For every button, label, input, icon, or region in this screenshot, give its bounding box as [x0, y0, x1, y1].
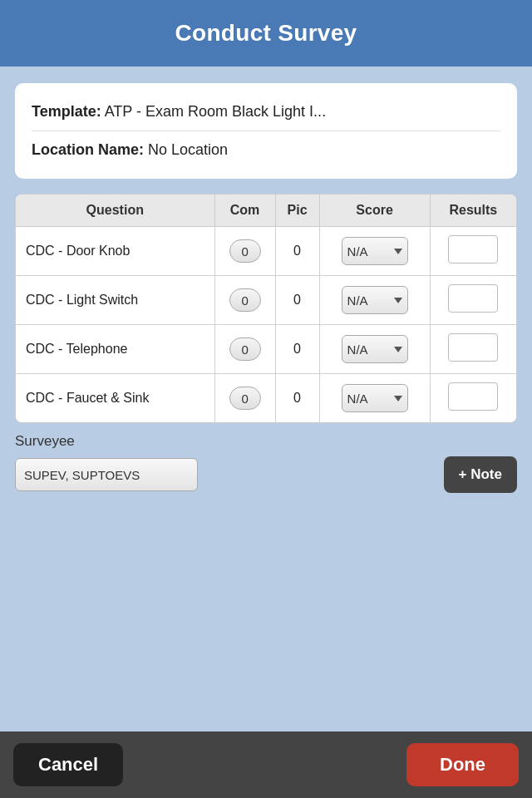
info-card: Template: ATP - Exam Room Black Light I.… — [15, 83, 517, 179]
question-cell: CDC - Telephone — [16, 325, 214, 374]
add-note-button[interactable]: + Note — [444, 456, 517, 493]
score-value: N/A — [347, 244, 368, 259]
com-cell: 0 — [214, 276, 275, 325]
score-cell: N/A — [319, 374, 430, 423]
surveyee-label: Surveyee — [15, 433, 517, 450]
table-row: CDC - Faucet & Sink 0 0 N/A — [16, 374, 516, 423]
surveyee-value: SUPEV, SUPTOEVS — [24, 468, 140, 482]
template-label: Template: — [32, 103, 101, 120]
com-cell: 0 — [214, 227, 275, 276]
table-row: CDC - Telephone 0 0 N/A — [16, 325, 516, 374]
score-dropdown[interactable]: N/A — [342, 237, 408, 265]
score-cell: N/A — [319, 325, 430, 374]
table-row: CDC - Door Knob 0 0 N/A — [16, 227, 516, 276]
com-button[interactable]: 0 — [229, 288, 261, 312]
location-row: Location Name: No Location — [32, 131, 500, 164]
score-dropdown[interactable]: N/A — [342, 335, 408, 363]
results-box — [448, 382, 498, 411]
score-dropdown-arrow-icon — [394, 298, 402, 303]
results-cell — [430, 325, 516, 374]
com-button[interactable]: 0 — [229, 387, 261, 410]
col-pic: Pic — [275, 195, 319, 227]
score-cell: N/A — [319, 276, 430, 325]
survey-table-wrapper: Question Com Pic Score Results CDC - Doo… — [15, 194, 517, 423]
col-question: Question — [16, 195, 214, 227]
template-row: Template: ATP - Exam Room Black Light I.… — [32, 98, 500, 126]
col-results: Results — [430, 195, 516, 227]
cancel-button[interactable]: Cancel — [13, 743, 123, 786]
note-button-label: + Note — [459, 466, 502, 483]
com-cell: 0 — [214, 325, 275, 374]
location-label: Location Name: — [32, 141, 144, 158]
table-row: CDC - Light Switch 0 0 N/A — [16, 276, 516, 325]
question-cell: CDC - Faucet & Sink — [16, 374, 214, 423]
score-value: N/A — [347, 342, 368, 357]
footer: Cancel Done — [0, 732, 532, 798]
pic-cell: 0 — [275, 325, 319, 374]
template-value: ATP - Exam Room Black Light I... — [105, 103, 326, 120]
question-cell: CDC - Light Switch — [16, 276, 214, 325]
score-dropdown[interactable]: N/A — [342, 286, 408, 314]
score-dropdown-arrow-icon — [394, 249, 402, 254]
pic-cell: 0 — [275, 374, 319, 423]
score-dropdown-arrow-icon — [394, 347, 402, 352]
main-content: Template: ATP - Exam Room Black Light I.… — [0, 66, 532, 423]
results-cell — [430, 276, 516, 325]
score-value: N/A — [347, 293, 368, 308]
table-header-row: Question Com Pic Score Results — [16, 195, 516, 227]
com-cell: 0 — [214, 374, 275, 423]
col-com: Com — [214, 195, 275, 227]
score-dropdown-arrow-icon — [394, 396, 402, 401]
surveyee-row: SUPEV, SUPTOEVS + Note — [15, 456, 517, 493]
com-button[interactable]: 0 — [229, 239, 261, 263]
bottom-section: Surveyee SUPEV, SUPTOEVS + Note — [0, 433, 532, 493]
results-box — [448, 235, 498, 264]
question-cell: CDC - Door Knob — [16, 227, 214, 276]
page-title: Conduct Survey — [175, 20, 357, 47]
results-cell — [430, 227, 516, 276]
col-score: Score — [319, 195, 430, 227]
pic-cell: 0 — [275, 227, 319, 276]
surveyee-select[interactable]: SUPEV, SUPTOEVS — [15, 458, 198, 491]
location-value: No Location — [148, 141, 228, 158]
score-cell: N/A — [319, 227, 430, 276]
results-box — [448, 333, 498, 362]
survey-table: Question Com Pic Score Results CDC - Doo… — [16, 195, 516, 422]
results-box — [448, 284, 498, 313]
app-header: Conduct Survey — [0, 0, 532, 66]
results-cell — [430, 374, 516, 423]
com-button[interactable]: 0 — [229, 337, 261, 361]
pic-cell: 0 — [275, 276, 319, 325]
score-dropdown[interactable]: N/A — [342, 384, 408, 412]
done-button[interactable]: Done — [406, 743, 519, 786]
score-value: N/A — [347, 392, 368, 406]
